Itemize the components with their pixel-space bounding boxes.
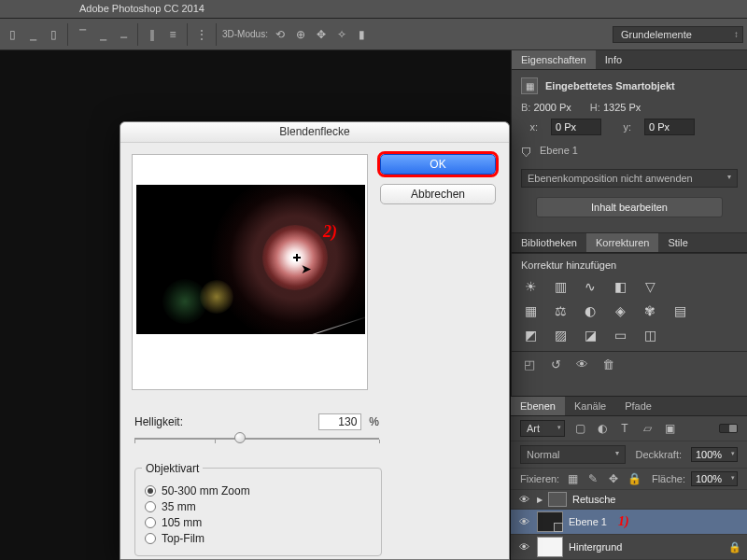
source-layer-label: Ebene 1	[540, 145, 578, 156]
camera-3d-icon[interactable]: ▮	[354, 26, 371, 43]
flare-center-marker[interactable]	[293, 254, 301, 261]
x-input[interactable]: 0 Px	[551, 119, 601, 135]
lock-move-icon[interactable]: ✥	[606, 472, 621, 485]
radio-label: 105 mm	[162, 516, 202, 529]
orbit-3d-icon[interactable]: ⟲	[272, 26, 289, 43]
edit-contents-button[interactable]: Inhalt bearbeiten	[536, 197, 723, 217]
ok-button[interactable]: OK	[380, 154, 496, 175]
align-top-icon[interactable]: ⎺	[74, 26, 91, 43]
properties-tabs: Eigenschaften Info	[512, 50, 747, 70]
align-left-icon[interactable]: ▯	[4, 26, 21, 43]
blend-mode-select[interactable]: Normal	[520, 445, 626, 464]
visibility-icon[interactable]: 👁	[516, 516, 531, 527]
layer-name: Hintergrund	[569, 541, 622, 553]
filter-switch[interactable]	[719, 424, 738, 433]
brightness-icon[interactable]: ☀	[521, 278, 540, 295]
layer-comp-select[interactable]: Ebenenkomposition nicht anwenden	[521, 169, 738, 188]
radio-50-300[interactable]: 50-300 mm Zoom	[145, 484, 372, 497]
right-panels: Eigenschaften Info ▦ Eingebettetes Smart…	[511, 50, 747, 560]
tab-korrekturen[interactable]: Korrekturen	[586, 233, 658, 252]
align-center-v-icon[interactable]: ⎯	[94, 26, 111, 43]
distribute-v-icon[interactable]: ≡	[164, 26, 181, 43]
align-center-h-icon[interactable]: ⎯	[24, 26, 41, 43]
tab-ebenen[interactable]: Ebenen	[511, 397, 565, 415]
selective-color-icon[interactable]: ◫	[641, 327, 659, 343]
layer-filter-select[interactable]: Art	[520, 420, 565, 437]
distribute-h-icon[interactable]: ‖	[144, 26, 161, 43]
slider-knob[interactable]	[234, 432, 246, 443]
cancel-button[interactable]: Abbrechen	[380, 184, 496, 204]
lock-trans-icon[interactable]: ▦	[565, 472, 580, 485]
options-toolbar: ▯ ⎯ ▯ ⎺ ⎯ ⎽ ‖ ≡ ⋮ 3D-Modus: ⟲ ⊕ ✥ ✧ ▮ Gr…	[0, 19, 747, 50]
levels-icon[interactable]: ▥	[551, 278, 570, 295]
y-label: y:	[614, 121, 631, 133]
lut-icon[interactable]: ▤	[670, 302, 689, 319]
radio-top-film[interactable]: Top-Film	[145, 532, 372, 545]
eye-icon[interactable]: 👁	[573, 356, 590, 372]
reset-icon[interactable]: ↺	[547, 356, 564, 372]
brightness-input[interactable]: 130	[318, 413, 361, 430]
delete-icon[interactable]: 🗑	[599, 356, 616, 372]
radio-dot-icon	[145, 485, 156, 497]
workspace-select[interactable]: Grundelemente	[613, 26, 743, 43]
disclosure-icon[interactable]: ▶	[537, 496, 543, 504]
invert-icon[interactable]: ◩	[521, 327, 540, 343]
lock-paint-icon[interactable]: ✎	[585, 472, 600, 485]
distribute-spacing-icon[interactable]: ⋮	[193, 26, 210, 43]
hue-icon[interactable]: ▦	[521, 302, 540, 319]
gradient-map-icon[interactable]: ▭	[611, 327, 629, 343]
filter-type-icon[interactable]: T	[617, 422, 632, 435]
radio-dot-icon	[145, 517, 156, 528]
visibility-icon[interactable]: 👁	[516, 541, 531, 553]
roll-3d-icon[interactable]: ⊕	[292, 26, 309, 43]
fill-input[interactable]: 100%	[691, 471, 738, 486]
visibility-icon[interactable]: 👁	[516, 494, 531, 505]
filter-smart-icon[interactable]: ▣	[662, 422, 677, 435]
bw-icon[interactable]: ◐	[581, 302, 599, 319]
tab-eigenschaften[interactable]: Eigenschaften	[512, 50, 596, 69]
layer-thumb	[537, 511, 563, 532]
layer-thumb	[537, 537, 563, 557]
filter-shape-icon[interactable]: ▱	[640, 422, 655, 435]
width-value: 2000 Px	[533, 102, 571, 113]
tab-stile[interactable]: Stile	[658, 233, 697, 252]
radio-105mm[interactable]: 105 mm	[145, 516, 372, 529]
align-bottom-icon[interactable]: ⎽	[115, 26, 132, 43]
lens-type-group: Objektivart 50-300 mm Zoom 35 mm 105 mm …	[134, 455, 382, 556]
tab-bibliotheken[interactable]: Bibliotheken	[512, 233, 586, 252]
radio-35mm[interactable]: 35 mm	[145, 500, 372, 513]
layer-row-hintergrund[interactable]: 👁 Hintergrund 🔒	[511, 535, 747, 560]
filter-adjust-icon[interactable]: ◐	[595, 422, 610, 435]
brightness-slider[interactable]	[134, 432, 379, 445]
lens-group-label: Objektivart	[142, 462, 203, 475]
layer-row-retusche[interactable]: 👁 ▶ Retusche	[511, 490, 747, 510]
filter-pixel-icon[interactable]: ▢	[572, 422, 587, 435]
corrections-icons: ☀ ▥ ∿ ◧ ▽	[512, 273, 747, 302]
vibrance-icon[interactable]: ▽	[641, 278, 659, 295]
tab-info[interactable]: Info	[596, 50, 631, 69]
lens-flare-dialog: Blendenflecke ➤ 2) OK Abbrechen Helligke…	[120, 121, 510, 560]
balance-icon[interactable]: ⚖	[551, 302, 570, 319]
pan-3d-icon[interactable]: ✥	[313, 26, 330, 43]
curves-icon[interactable]: ∿	[581, 278, 599, 295]
clip-icon[interactable]: ◰	[521, 356, 538, 372]
photo-filter-icon[interactable]: ◈	[611, 302, 629, 319]
flare-preview[interactable]: ➤ 2)	[136, 185, 365, 334]
tab-pfade[interactable]: Pfade	[615, 397, 661, 415]
threshold-icon[interactable]: ◪	[581, 327, 599, 343]
x-label: x:	[521, 121, 538, 133]
separator	[187, 23, 188, 46]
y-input[interactable]: 0 Px	[644, 119, 695, 135]
slide-3d-icon[interactable]: ✧	[333, 26, 350, 43]
tab-kanaele[interactable]: Kanäle	[565, 397, 615, 415]
radio-dot-icon	[145, 533, 156, 544]
channel-mixer-icon[interactable]: ✾	[641, 302, 659, 319]
layer-name: Ebene 1	[569, 516, 607, 527]
align-right-icon[interactable]: ▯	[45, 26, 62, 43]
posterize-icon[interactable]: ▨	[551, 327, 570, 343]
separator	[216, 23, 217, 46]
layer-row-ebene1[interactable]: 👁 Ebene 1 1)	[511, 510, 747, 535]
opacity-input[interactable]: 100%	[691, 447, 738, 462]
exposure-icon[interactable]: ◧	[611, 278, 629, 295]
lock-all-icon[interactable]: 🔒	[627, 472, 641, 485]
